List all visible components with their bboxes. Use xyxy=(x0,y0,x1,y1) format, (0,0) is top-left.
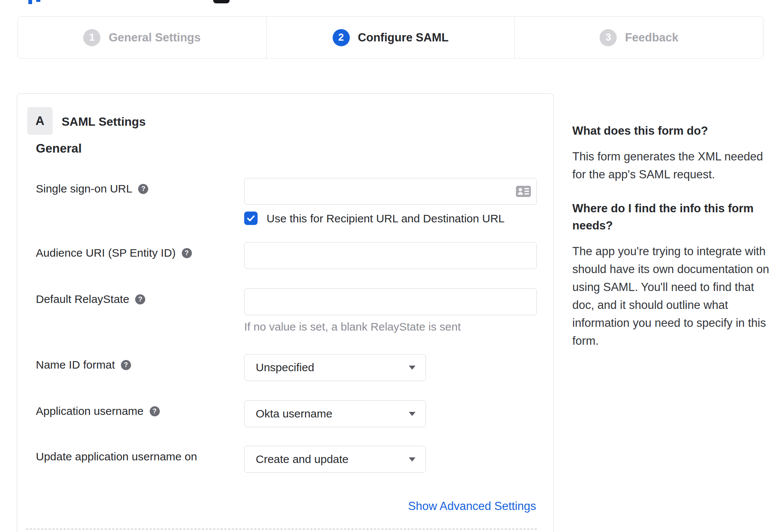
field-label-text: Update application username on xyxy=(36,450,197,463)
chevron-down-icon xyxy=(409,457,416,461)
field-label-single-sign-on-url: Single sign-on URL ? xyxy=(36,182,148,195)
application-username-select[interactable]: Okta username xyxy=(244,400,426,427)
field-label-application-username: Application username ? xyxy=(36,405,160,417)
field-label-text: Default RelayState xyxy=(36,293,129,306)
subsection-title-general: General xyxy=(36,141,82,156)
field-label-text: Name ID format xyxy=(36,359,115,371)
audience-uri-input[interactable] xyxy=(244,242,537,269)
help-sidebar: What does this form do? This form genera… xyxy=(572,122,769,366)
step-configure-saml[interactable]: 2 Configure SAML xyxy=(266,17,515,58)
help-icon[interactable]: ? xyxy=(138,184,148,194)
select-value: Create and update xyxy=(256,453,349,466)
recipient-url-checkbox-label[interactable]: Use this for Recipient URL and Destinati… xyxy=(267,212,505,225)
step-number-badge: 3 xyxy=(600,29,617,46)
contact-card-icon xyxy=(516,186,531,197)
help-icon[interactable]: ? xyxy=(121,360,131,370)
field-label-default-relaystate: Default RelayState ? xyxy=(36,293,145,306)
default-relaystate-input[interactable] xyxy=(244,288,537,315)
field-label-text: Single sign-on URL xyxy=(36,182,132,195)
help-heading-what: What does this form do? xyxy=(572,122,769,140)
step-feedback[interactable]: 3 Feedback xyxy=(514,17,763,58)
recipient-url-checkbox[interactable] xyxy=(244,212,258,225)
field-label-name-id-format: Name ID format ? xyxy=(36,359,131,371)
help-paragraph-where: The app you're trying to integrate with … xyxy=(572,242,769,350)
section-a-badge: A xyxy=(27,107,53,135)
step-number-badge: 2 xyxy=(333,29,350,46)
help-icon[interactable]: ? xyxy=(150,406,160,416)
name-id-format-select[interactable]: Unspecified xyxy=(244,354,426,381)
help-heading-where: Where do I find the info this form needs… xyxy=(572,200,769,234)
step-label: Feedback xyxy=(625,31,678,44)
select-value: Okta username xyxy=(256,407,332,420)
help-icon[interactable]: ? xyxy=(182,248,192,258)
wizard-stepper: 1 General Settings 2 Configure SAML 3 Fe… xyxy=(18,16,763,59)
single-sign-on-url-input[interactable] xyxy=(244,178,537,205)
field-label-update-app-username: Update application username on xyxy=(36,450,197,463)
checkmark-icon xyxy=(246,213,256,223)
chevron-down-icon xyxy=(409,366,416,370)
chevron-down-icon xyxy=(409,412,416,416)
field-label-audience-uri: Audience URI (SP Entity ID) ? xyxy=(36,247,192,259)
step-label: Configure SAML xyxy=(358,31,449,44)
help-icon[interactable]: ? xyxy=(135,294,145,304)
update-app-username-select[interactable]: Create and update xyxy=(244,446,426,473)
step-number-badge: 1 xyxy=(83,29,100,46)
relaystate-hint: If no value is set, a blank RelayState i… xyxy=(244,320,461,333)
step-general-settings[interactable]: 1 General Settings xyxy=(18,17,266,58)
field-label-text: Application username xyxy=(36,405,144,417)
step-label: General Settings xyxy=(109,31,200,44)
cropped-header-fragment xyxy=(213,0,230,3)
section-dashed-divider xyxy=(26,529,537,529)
show-advanced-settings-link[interactable]: Show Advanced Settings xyxy=(408,500,536,513)
section-title: SAML Settings xyxy=(62,115,146,129)
help-paragraph-what: This form generates the XML needed for t… xyxy=(572,148,769,184)
field-label-text: Audience URI (SP Entity ID) xyxy=(36,247,176,259)
cropped-header-fragment xyxy=(28,0,32,4)
select-value: Unspecified xyxy=(256,361,314,374)
saml-settings-panel: A SAML Settings General Single sign-on U… xyxy=(17,93,554,532)
cropped-header-fragment xyxy=(36,0,40,2)
